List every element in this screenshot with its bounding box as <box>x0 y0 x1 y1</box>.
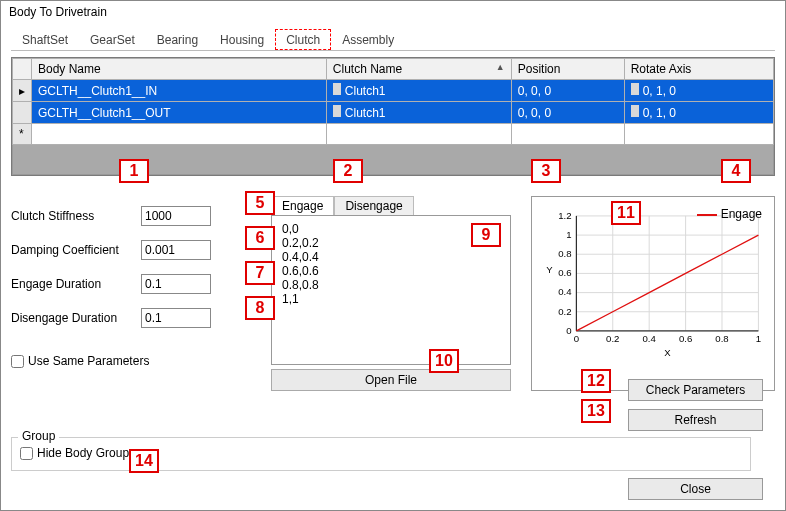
cell-body[interactable]: GCLTH__Clutch1__IN <box>32 80 327 102</box>
callout-11: 11 <box>611 201 641 225</box>
col-clutch-name[interactable]: Clutch Name▲ <box>326 59 511 80</box>
clutch-stiffness-input[interactable] <box>141 206 211 226</box>
open-file-button[interactable]: Open File <box>271 369 511 391</box>
svg-text:1.2: 1.2 <box>558 210 571 221</box>
callout-14: 14 <box>129 449 159 473</box>
curve-point[interactable]: 0.6,0.6 <box>282 264 500 278</box>
col-marker <box>13 59 32 80</box>
callout-2: 2 <box>333 159 363 183</box>
svg-text:Y: Y <box>546 264 553 275</box>
engage-dur-label: Engage Duration <box>11 277 141 291</box>
tab-assembly[interactable]: Assembly <box>331 29 405 50</box>
content: ShaftSet GearSet Bearing Housing Clutch … <box>1 23 785 481</box>
chart-legend: Engage <box>697 207 762 221</box>
callout-3: 3 <box>531 159 561 183</box>
disengage-dur-input[interactable] <box>141 308 211 328</box>
table-newrow[interactable]: * <box>13 124 774 145</box>
damping-coeff-input[interactable] <box>141 240 211 260</box>
callout-9: 9 <box>471 223 501 247</box>
callout-12: 12 <box>581 369 611 393</box>
damping-coeff-label: Damping Coefficient <box>11 243 141 257</box>
callout-1: 1 <box>119 159 149 183</box>
tab-gearset[interactable]: GearSet <box>79 29 146 50</box>
tabstrip: ShaftSet GearSet Bearing Housing Clutch … <box>11 29 775 51</box>
table-row[interactable]: GCLTH__Clutch1__OUT Clutch1 0, 0, 0 0, 1… <box>13 102 774 124</box>
clutch-stiffness-label: Clutch Stiffness <box>11 209 141 223</box>
cell-axis[interactable]: 0, 1, 0 <box>624 102 773 124</box>
callout-13: 13 <box>581 399 611 423</box>
hide-body-group-label: Hide Body Group <box>37 446 129 460</box>
group-box: Group Hide Body Group <box>11 437 751 471</box>
tab-housing[interactable]: Housing <box>209 29 275 50</box>
cell-clutch[interactable]: Clutch1 <box>326 102 511 124</box>
cell-body[interactable]: GCLTH__Clutch1__OUT <box>32 102 327 124</box>
svg-text:0.2: 0.2 <box>558 306 571 317</box>
row-marker <box>13 102 32 124</box>
window: Body To Drivetrain ShaftSet GearSet Bear… <box>0 0 786 511</box>
params-row: Clutch Stiffness Damping Coefficient Eng… <box>11 196 775 391</box>
group-title: Group <box>18 429 59 443</box>
cell-pos[interactable]: 0, 0, 0 <box>511 102 624 124</box>
tab-shaftset[interactable]: ShaftSet <box>11 29 79 50</box>
subtab-disengage[interactable]: Disengage <box>334 196 413 215</box>
svg-text:1: 1 <box>566 229 571 240</box>
svg-text:0.8: 0.8 <box>558 248 571 259</box>
col-rotate-axis[interactable]: Rotate Axis <box>624 59 773 80</box>
col-position[interactable]: Position <box>511 59 624 80</box>
table-row[interactable]: ▸ GCLTH__Clutch1__IN Clutch1 0, 0, 0 0, … <box>13 80 774 102</box>
svg-text:0: 0 <box>574 333 579 344</box>
svg-text:0.6: 0.6 <box>679 333 692 344</box>
tab-clutch[interactable]: Clutch <box>275 29 331 50</box>
svg-text:X: X <box>664 347 671 358</box>
callout-5: 5 <box>245 191 275 215</box>
tab-bearing[interactable]: Bearing <box>146 29 209 50</box>
svg-text:0.4: 0.4 <box>558 286 572 297</box>
cell-axis[interactable]: 0, 1, 0 <box>624 80 773 102</box>
sort-asc-icon: ▲ <box>496 62 505 72</box>
cell-pos[interactable]: 0, 0, 0 <box>511 80 624 102</box>
svg-text:0: 0 <box>566 325 571 336</box>
svg-text:0.6: 0.6 <box>558 267 571 278</box>
svg-text:0.2: 0.2 <box>606 333 619 344</box>
cell-clutch[interactable]: Clutch1 <box>326 80 511 102</box>
window-title: Body To Drivetrain <box>1 1 785 23</box>
disengage-dur-label: Disengage Duration <box>11 311 141 325</box>
legend-line-icon <box>697 214 717 216</box>
callout-4: 4 <box>721 159 751 183</box>
callout-7: 7 <box>245 261 275 285</box>
check-parameters-button[interactable]: Check Parameters <box>628 379 763 401</box>
hide-body-group-checkbox[interactable] <box>20 447 33 460</box>
right-buttons: Check Parameters Refresh <box>628 379 763 431</box>
chart-panel: Engage <box>531 196 775 391</box>
svg-text:0.8: 0.8 <box>715 333 728 344</box>
row-marker: ▸ <box>13 80 32 102</box>
curve-point[interactable]: 0.4,0.4 <box>282 250 500 264</box>
chart-svg: 0 0.2 0.4 0.6 0.8 1 0 0.2 0.4 0.6 0.8 1 … <box>538 203 768 363</box>
engage-dur-input[interactable] <box>141 274 211 294</box>
callout-6: 6 <box>245 226 275 250</box>
newrow-marker: * <box>13 124 32 145</box>
close-button[interactable]: Close <box>628 478 763 500</box>
col-body-name[interactable]: Body Name <box>32 59 327 80</box>
curve-point[interactable]: 1,1 <box>282 292 500 306</box>
curve-point[interactable]: 0.8,0.8 <box>282 278 500 292</box>
subtab-engage[interactable]: Engage <box>271 196 334 215</box>
refresh-button[interactable]: Refresh <box>628 409 763 431</box>
left-params: Clutch Stiffness Damping Coefficient Eng… <box>11 196 251 391</box>
callout-8: 8 <box>245 296 275 320</box>
svg-text:1: 1 <box>756 333 761 344</box>
callout-10: 10 <box>429 349 459 373</box>
use-same-params-checkbox[interactable] <box>11 355 24 368</box>
svg-text:0.4: 0.4 <box>643 333 657 344</box>
curve-point[interactable]: 0,0 <box>282 222 500 236</box>
use-same-params-label: Use Same Parameters <box>28 354 149 368</box>
curve-point[interactable]: 0.2,0.2 <box>282 236 500 250</box>
